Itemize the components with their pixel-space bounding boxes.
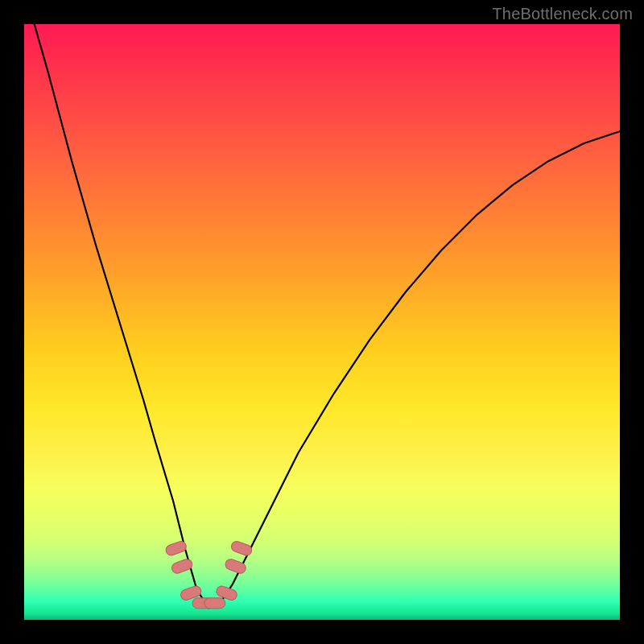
curve-markers [164, 540, 253, 609]
svg-rect-4 [204, 598, 225, 609]
curve-marker [230, 540, 254, 557]
curve-marker [171, 558, 194, 575]
curve-marker [204, 598, 225, 609]
svg-rect-7 [230, 540, 254, 557]
svg-rect-1 [171, 558, 194, 575]
plot-area [24, 24, 620, 620]
bottleneck-curve [24, 24, 620, 608]
watermark-text: TheBottleneck.com [492, 5, 633, 23]
curve-svg [24, 24, 620, 620]
curve-marker [164, 540, 188, 557]
svg-rect-0 [164, 540, 188, 557]
chart-frame: TheBottleneck.com [0, 0, 644, 644]
